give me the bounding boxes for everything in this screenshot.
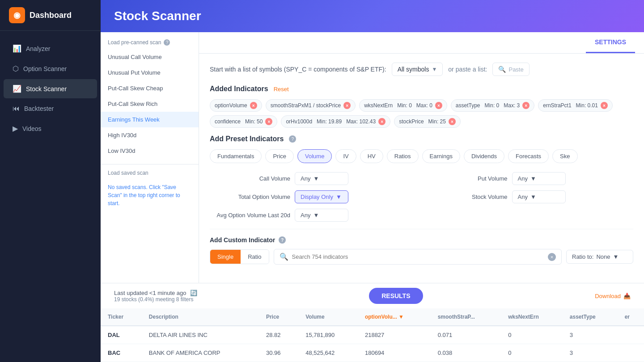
tag-remove-icon[interactable]: × bbox=[449, 118, 456, 125]
sidebar-item-option-scanner[interactable]: ⬡ Option Scanner bbox=[4, 59, 97, 78]
sidebar-item-stock-scanner[interactable]: 📈 Stock Scanner bbox=[4, 79, 97, 98]
results-button[interactable]: RESULTS bbox=[369, 288, 423, 304]
tag-smoothStraPxM1: smoothStraPxM1 / stockPrice × bbox=[266, 99, 356, 112]
cell-assettype: 3 bbox=[563, 344, 618, 362]
total-option-volume-value: Display Only bbox=[301, 194, 333, 200]
download-button[interactable]: Download 📥 bbox=[595, 293, 631, 299]
sidebar-item-videos[interactable]: ▶ Videos bbox=[4, 119, 97, 138]
tag-label: confidence Min: 50 bbox=[215, 118, 263, 125]
tag-orHv1000d: orHv1000d Min: 19.89 Max: 102.43 × bbox=[281, 115, 390, 128]
scan-item-put-call-rich[interactable]: Put-Call Skew Rich bbox=[101, 96, 199, 112]
tag-label: orHv1000d Min: 19.89 Max: 102.43 bbox=[286, 118, 376, 125]
preset-forecasts[interactable]: Forecasts bbox=[508, 149, 549, 163]
tag-remove-icon[interactable]: × bbox=[378, 118, 386, 125]
scan-item-put-call-cheap[interactable]: Put-Call Skew Cheap bbox=[101, 80, 199, 96]
preset-volume[interactable]: Volume bbox=[297, 149, 332, 163]
analyzer-icon: 📊 bbox=[13, 44, 21, 53]
sidebar-item-label: Analyzer bbox=[26, 45, 50, 52]
refresh-icon[interactable]: 🔄 bbox=[190, 290, 197, 296]
tag-label: stockPrice Min: 25 bbox=[399, 118, 446, 125]
scan-item-earnings-week[interactable]: Earnings This Week bbox=[101, 112, 199, 127]
avg-option-volume-select[interactable]: Any ▼ bbox=[295, 209, 348, 222]
preset-earnings[interactable]: Earnings bbox=[422, 149, 460, 163]
tag-stockPrice: stockPrice Min: 25 × bbox=[394, 115, 461, 128]
custom-indicator-section: Add Custom Indicator ? Single Ratio 🔍 bbox=[210, 229, 633, 265]
indicator-search-input[interactable] bbox=[292, 253, 545, 260]
pre-canned-title: Load pre-canned scan ? bbox=[101, 39, 199, 49]
tab-settings[interactable]: SETTINGS bbox=[586, 32, 635, 53]
stock-volume-select[interactable]: Any ▼ bbox=[512, 190, 566, 203]
symbol-select-value: All symbols bbox=[398, 66, 429, 73]
cell-ticker: BAC bbox=[101, 344, 142, 362]
sidebar-item-analyzer[interactable]: 📊 Analyzer bbox=[4, 39, 97, 58]
chevron-down-icon: ▼ bbox=[313, 175, 319, 182]
tag-remove-icon[interactable]: × bbox=[265, 118, 272, 125]
tag-assetType: assetType Min: 0 Max: 3 × bbox=[451, 99, 534, 112]
sidebar-item-label: Option Scanner bbox=[23, 65, 67, 72]
ratio-to-select[interactable]: Ratio to: None ▼ bbox=[566, 250, 633, 264]
preset-buttons-row: Fundamentals Price Volume IV HV Ratios E… bbox=[210, 149, 633, 163]
tag-wksNextErn: wksNextErn Min: 0 Max: 0 × bbox=[359, 99, 447, 112]
scan-item-unusual-put[interactable]: Unusual Put Volume bbox=[101, 65, 199, 80]
avg-option-volume-value: Any bbox=[301, 212, 310, 219]
results-table-container: Ticker Description Price Volume optionVo… bbox=[101, 308, 644, 362]
scan-item-high-iv30d[interactable]: High IV30d bbox=[101, 127, 199, 143]
stock-volume-row: Stock Volume Any ▼ bbox=[427, 190, 634, 203]
preset-ske[interactable]: Ske bbox=[552, 149, 577, 163]
backtester-icon: ⏮ bbox=[13, 105, 20, 113]
preset-fundamentals[interactable]: Fundamentals bbox=[210, 149, 262, 163]
toggle-ratio-button[interactable]: Ratio bbox=[241, 250, 268, 264]
cell-price: 30.96 bbox=[259, 344, 298, 362]
table-row: BAC BANK OF AMERICA CORP 30.96 48,525,64… bbox=[101, 344, 644, 362]
put-volume-select[interactable]: Any ▼ bbox=[512, 172, 566, 185]
tag-remove-icon[interactable]: × bbox=[250, 102, 257, 109]
scan-item-unusual-call[interactable]: Unusual Call Volume bbox=[101, 49, 199, 65]
search-clear-icon[interactable]: × bbox=[548, 253, 556, 261]
download-label: Download bbox=[595, 293, 621, 299]
preset-dividends[interactable]: Dividends bbox=[464, 149, 504, 163]
sidebar-item-backtester[interactable]: ⏮ Backtester bbox=[4, 99, 97, 118]
toggle-single-button[interactable]: Single bbox=[210, 250, 241, 264]
cell-wksnextern: 0 bbox=[501, 344, 563, 362]
ratio-to-value: None bbox=[596, 253, 610, 260]
call-volume-value: Any bbox=[301, 175, 310, 182]
put-volume-label: Put Volume bbox=[427, 175, 508, 182]
sidebar-item-label: Backtester bbox=[24, 105, 54, 112]
tag-label: assetType Min: 0 Max: 3 bbox=[456, 102, 520, 109]
tag-label: optionVolume bbox=[215, 102, 247, 109]
col-optionvolu[interactable]: optionVolu... ▼ bbox=[358, 308, 431, 326]
col-er: er bbox=[618, 308, 644, 326]
preset-hv[interactable]: HV bbox=[360, 149, 383, 163]
sidebar-nav: 📊 Analyzer ⬡ Option Scanner 📈 Stock Scan… bbox=[0, 31, 101, 146]
option-scanner-icon: ⬡ bbox=[13, 64, 19, 73]
tag-remove-icon[interactable]: × bbox=[435, 102, 442, 109]
cell-volume: 15,781,890 bbox=[298, 326, 358, 344]
call-volume-select[interactable]: Any ▼ bbox=[295, 172, 348, 185]
avg-option-volume-row: Avg Option Volume Last 20d Any ▼ bbox=[210, 209, 416, 222]
cell-volume: 48,525,642 bbox=[298, 344, 358, 362]
reset-button[interactable]: Reset bbox=[274, 86, 289, 93]
tag-remove-icon[interactable]: × bbox=[522, 102, 530, 109]
volume-controls-grid: Call Volume Any ▼ Put Volume Any ▼ bbox=[210, 172, 633, 222]
total-option-volume-select[interactable]: Display Only ▼ bbox=[295, 190, 348, 203]
total-option-volume-row: Total Option Volume Display Only ▼ bbox=[210, 190, 416, 203]
preset-iv[interactable]: IV bbox=[335, 149, 356, 163]
settings-tab-bar: SETTINGS bbox=[199, 32, 644, 54]
stock-scanner-icon: 📈 bbox=[13, 84, 21, 93]
preset-ratios[interactable]: Ratios bbox=[387, 149, 419, 163]
symbol-label: Start with a list of symbols (SPY_C = co… bbox=[210, 66, 386, 73]
single-ratio-toggle: Single Ratio bbox=[210, 249, 269, 264]
page-title: Stock Scanner bbox=[114, 9, 631, 23]
scan-item-low-iv30d[interactable]: Low IV30d bbox=[101, 143, 199, 159]
tag-remove-icon[interactable]: × bbox=[601, 102, 608, 109]
cell-assettype: 3 bbox=[563, 326, 618, 344]
chevron-down-icon: ▼ bbox=[432, 66, 437, 72]
symbol-select[interactable]: All symbols ▼ bbox=[392, 63, 443, 76]
tag-remove-icon[interactable]: × bbox=[343, 102, 351, 109]
main-content: Stock Scanner Load pre-canned scan ? Unu… bbox=[101, 0, 644, 362]
preset-price[interactable]: Price bbox=[265, 149, 294, 163]
indicator-search-box[interactable]: 🔍 × bbox=[274, 249, 562, 265]
col-description: Description bbox=[142, 308, 259, 326]
total-option-volume-label: Total Option Volume bbox=[210, 194, 290, 200]
paste-input[interactable]: 🔍 Paste bbox=[492, 63, 529, 76]
